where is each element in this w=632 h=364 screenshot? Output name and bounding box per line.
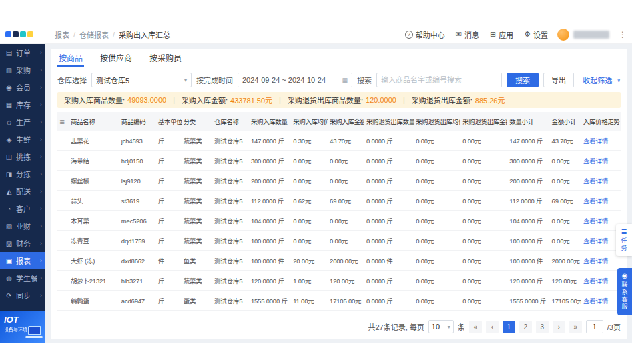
table-cell: 0.00元 xyxy=(414,271,460,291)
view-details-link[interactable]: 查看详情 xyxy=(583,297,608,305)
table-cell: 蔬菜类 xyxy=(182,231,212,251)
summary-item: 采购退货出库商品数量:120.0000 xyxy=(288,95,396,105)
topbar-action-help[interactable]: ?帮助中心 xyxy=(405,29,445,40)
topbar-action-settings[interactable]: ⚙设置 xyxy=(524,29,548,40)
collapse-filter-link[interactable]: 收起筛选 ∨ xyxy=(583,75,621,85)
brand-logo xyxy=(5,31,44,37)
sidebar-item-icon: ◭ xyxy=(5,188,13,195)
avatar[interactable] xyxy=(557,29,569,41)
logo-block xyxy=(27,31,33,37)
sidebar-item-12[interactable]: ▣报表› xyxy=(0,252,45,269)
topbar-action-message[interactable]: ✉消息 xyxy=(456,29,479,40)
first-page-button[interactable]: « xyxy=(469,321,482,333)
warehouse-select[interactable]: 测试仓库5 ▾ xyxy=(91,73,192,87)
view-details-link[interactable]: 查看详情 xyxy=(583,217,608,225)
sidebar-item-8[interactable]: ◭配送› xyxy=(0,183,45,200)
search-button[interactable]: 搜索 xyxy=(507,73,539,87)
table-cell: acd6947 xyxy=(119,291,156,311)
chevron-right-icon: › xyxy=(40,49,42,56)
view-details-link[interactable]: 查看详情 xyxy=(583,257,608,265)
next-page-button[interactable]: › xyxy=(553,321,565,333)
date-range-picker[interactable]: 2024-09-24 ~ 2024-10-24 ▦ xyxy=(238,73,352,87)
table-cell: 100.0000 斤 xyxy=(507,231,549,251)
table-cell: 0.00元 xyxy=(291,211,328,231)
detail-cell: 查看详情 xyxy=(581,211,621,231)
sidebar-item-3[interactable]: ▦库存› xyxy=(0,96,45,113)
page-size-select[interactable]: 10 ▾ xyxy=(428,320,454,333)
breadcrumb-link[interactable]: 报表 xyxy=(55,29,69,40)
export-button[interactable]: 导出 xyxy=(543,73,574,87)
column-settings-icon[interactable]: ≣ xyxy=(59,118,65,125)
page-button-3[interactable]: 3 xyxy=(536,321,549,333)
iot-widget[interactable]: IOT 设备与环境 xyxy=(0,311,45,343)
warehouse-value: 测试仓库5 xyxy=(96,75,129,85)
table-cell: 112.0000 斤 xyxy=(507,191,549,211)
sidebar-item-13[interactable]: ◍学生餐› xyxy=(0,269,45,287)
view-details-link[interactable]: 查看详情 xyxy=(583,237,608,245)
sidebar-item-5[interactable]: ◈生鲜› xyxy=(0,131,45,148)
table-cell: 112.0000 斤 xyxy=(249,191,291,211)
sidebar-item-1[interactable]: ▥采购› xyxy=(0,61,45,79)
tab-bar: 按商品按供应商按采购员 xyxy=(57,49,621,67)
view-details-link[interactable]: 查看详情 xyxy=(583,177,608,185)
sidebar-item-label: 客户 xyxy=(16,203,37,214)
view-details-link[interactable]: 查看详情 xyxy=(583,157,608,165)
summary-value: 433781.50元 xyxy=(230,95,272,105)
settings-icon: ⚙ xyxy=(524,30,531,39)
sidebar-item-label: 财务 xyxy=(16,238,37,249)
task-float-button[interactable]: ≣ 任务 xyxy=(616,224,632,256)
sidebar-item-7[interactable]: ◨分拣› xyxy=(0,165,45,183)
table-cell: 0.00元 xyxy=(291,171,328,191)
table-cell: 鹌鹑蛋 xyxy=(69,291,119,311)
warehouse-label: 仓库选择 xyxy=(57,75,87,85)
table-cell: 20.00元 xyxy=(291,251,328,271)
sidebar-item-label: 学生餐 xyxy=(16,273,37,283)
table-cell: 200.0000 斤 xyxy=(507,171,549,191)
support-float-button[interactable]: ◉ 联系客服 xyxy=(617,268,632,315)
view-details-link[interactable]: 查看详情 xyxy=(583,277,608,285)
sidebar-item-10[interactable]: ▧业财› xyxy=(0,217,45,235)
sidebar-item-2[interactable]: ◉会员› xyxy=(0,79,45,96)
more-menu-icon[interactable]: ⋮ xyxy=(619,30,627,39)
sidebar-item-icon: ▥ xyxy=(5,67,13,74)
page-button-2[interactable]: 2 xyxy=(519,321,532,333)
view-details-link[interactable]: 查看详情 xyxy=(583,137,608,145)
sidebar-item-label: 订单 xyxy=(16,47,37,58)
page-jump-input[interactable] xyxy=(586,320,603,333)
table-cell: 147.0000 斤 xyxy=(249,131,291,151)
table-header-row: ≣ 商品名称商品编码基本单位分类仓库名称采购入库数量采购入库均价采购入库金额采购… xyxy=(57,112,621,131)
sidebar-item-6[interactable]: ◫挑拣› xyxy=(0,148,45,165)
sidebar-item-4[interactable]: ◇生产› xyxy=(0,113,45,131)
pagination-total-pages: /3页 xyxy=(607,321,621,332)
table-cell: 斤 xyxy=(156,271,182,291)
table-cell: 测试仓库5 xyxy=(212,291,249,311)
table-row: 大虾 (冻)dxd8662件鱼类测试仓库5100.0000 件20.00元200… xyxy=(57,251,621,271)
table-cell: 蔬菜类 xyxy=(182,131,212,151)
prev-page-button[interactable]: ‹ xyxy=(486,321,499,333)
view-details-link[interactable]: 查看详情 xyxy=(583,197,608,205)
topbar-action-apps[interactable]: ⊞应用 xyxy=(490,29,513,40)
column-header: 入库价格走势 xyxy=(581,112,621,131)
table-cell: 0.0000 斤 xyxy=(364,171,414,191)
sidebar-item-11[interactable]: ▨财务› xyxy=(0,235,45,252)
tab-1[interactable]: 按供应商 xyxy=(99,49,133,67)
breadcrumb-separator: / xyxy=(113,31,115,39)
breadcrumb: 报表/仓储报表/采购出入库汇总 xyxy=(55,29,170,40)
breadcrumb-link[interactable]: 仓储报表 xyxy=(79,29,109,40)
column-header: 采购退货出库数量 xyxy=(364,112,414,131)
tab-0[interactable]: 按商品 xyxy=(57,49,84,67)
last-page-button[interactable]: » xyxy=(569,321,582,333)
sidebar-item-icon: ▨ xyxy=(5,240,13,247)
sidebar-item-0[interactable]: ▤订单› xyxy=(0,44,45,61)
table-cell: 0.00元 xyxy=(328,151,364,171)
search-input[interactable] xyxy=(376,73,502,87)
sidebar-item-9[interactable]: ◔客户› xyxy=(0,200,45,217)
summary-item: 采购入库金额:433781.50元 xyxy=(182,95,272,105)
page-button-1[interactable]: 1 xyxy=(503,321,515,333)
sidebar-item-14[interactable]: ⟳同步› xyxy=(0,287,45,304)
tab-2[interactable]: 按采购员 xyxy=(148,49,183,67)
table-cell: 0.0000 斤 xyxy=(364,191,414,211)
table-cell: 17105.00元 xyxy=(328,291,364,311)
chevron-right-icon: › xyxy=(40,188,42,195)
table-cell: 69.00元 xyxy=(550,191,581,211)
